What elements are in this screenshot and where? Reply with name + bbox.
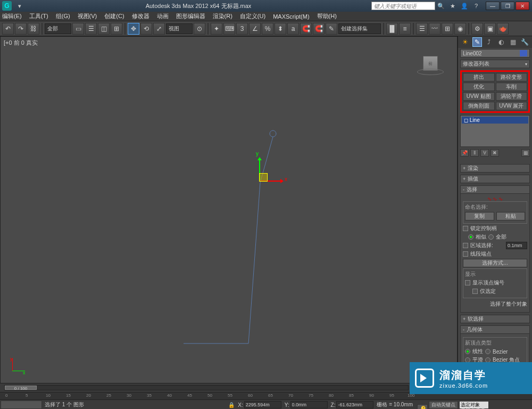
z-coord-input[interactable] xyxy=(336,401,373,408)
mod-extrude[interactable]: 挤出 xyxy=(463,73,495,81)
named-selection-set[interactable]: 创建选择集 xyxy=(338,23,381,34)
center-button[interactable]: ⊙ xyxy=(194,23,205,35)
pin-stack-icon[interactable]: 📌 xyxy=(460,149,469,157)
menu-animation[interactable]: 动画 xyxy=(157,12,169,20)
rollout-softsel[interactable]: +软选择 xyxy=(460,315,530,323)
render-frame-button[interactable]: ▣ xyxy=(484,23,496,35)
menu-create[interactable]: 创建(C) xyxy=(104,12,124,20)
align-button[interactable]: ≡ xyxy=(399,23,411,35)
menu-render[interactable]: 渲染(R) xyxy=(213,12,232,20)
area-value-input[interactable] xyxy=(506,242,527,249)
layers-button[interactable]: ☰ xyxy=(416,23,428,35)
create-tab-icon[interactable]: ☀ xyxy=(460,37,470,47)
key-icon[interactable]: 🔑 xyxy=(417,404,428,410)
utilities-tab-icon[interactable]: 🔧 xyxy=(520,37,530,47)
render-button[interactable]: 🫖 xyxy=(497,23,509,35)
schematic-button[interactable]: ⊞ xyxy=(442,23,453,35)
copy-button[interactable]: 复制 xyxy=(465,212,494,220)
render-setup-button[interactable]: ⚙ xyxy=(471,23,483,35)
rollout-geometry[interactable]: -几何体 xyxy=(460,325,530,334)
app-logo[interactable]: G xyxy=(2,1,12,11)
show-end-icon[interactable]: Ⅱ xyxy=(470,149,479,157)
search-icon[interactable]: 🔍 xyxy=(436,2,446,10)
snap-a-button[interactable]: a xyxy=(287,23,299,35)
paste-button[interactable]: 粘贴 xyxy=(496,212,526,220)
move-button[interactable]: ✥ xyxy=(128,23,139,35)
object-color-swatch[interactable] xyxy=(520,50,527,56)
select-mode-button[interactable]: 选择方式... xyxy=(463,259,527,267)
menu-customize[interactable]: 自定义(U) xyxy=(240,12,265,20)
undo-button[interactable]: ↶ xyxy=(2,23,14,35)
redo-button[interactable]: ↷ xyxy=(15,23,27,35)
mod-bevelprofile[interactable]: 倒角剖面 xyxy=(463,102,495,110)
menu-tools[interactable]: 工具(T) xyxy=(29,12,48,20)
minimize-button[interactable]: — xyxy=(486,2,500,10)
help-search-input[interactable] xyxy=(371,2,435,10)
modifier-stack[interactable]: ◻ Line xyxy=(460,115,530,147)
lock-handles-check[interactable] xyxy=(463,226,468,231)
mod-pathdeform[interactable]: 路径变形 xyxy=(496,73,528,81)
mod-optimize[interactable]: 优化 xyxy=(463,83,495,91)
remove-mod-icon[interactable]: ✖ xyxy=(491,149,499,157)
mod-uvwmap[interactable]: UVW 贴图 xyxy=(463,92,495,101)
viewport[interactable]: [+0 前 0 真实 前 x y yx xyxy=(0,36,458,383)
select-name-button[interactable]: ☰ xyxy=(85,23,97,35)
snap-3-button[interactable]: 3 xyxy=(236,23,248,35)
similar-radio[interactable] xyxy=(468,234,473,240)
gizmo-xy-plane[interactable] xyxy=(259,173,268,182)
hierarchy-tab-icon[interactable]: ⤴ xyxy=(484,37,494,47)
area-select-check[interactable] xyxy=(463,243,468,248)
subobject-icons[interactable]: ∿ ∿ ∿ xyxy=(463,196,527,200)
select-button[interactable]: ▭ xyxy=(72,23,84,35)
all-radio[interactable] xyxy=(488,234,494,240)
spinner-snap-button[interactable]: ⬍ xyxy=(275,23,286,35)
link-button[interactable]: ⛓ xyxy=(28,23,39,35)
display-tab-icon[interactable]: ▦ xyxy=(508,37,518,47)
seg-end-check[interactable] xyxy=(463,251,468,257)
ref-coord-system[interactable]: 视图 xyxy=(166,23,193,34)
linear-radio[interactable] xyxy=(465,349,470,354)
rollout-select[interactable]: -选择 xyxy=(460,185,530,194)
maximize-button[interactable]: ❐ xyxy=(501,2,514,10)
mirror-button[interactable]: ▐▌ xyxy=(386,23,398,35)
menu-modifiers[interactable]: 修改器 xyxy=(132,12,149,20)
percent-snap-button[interactable]: % xyxy=(262,23,273,35)
stack-item-line[interactable]: ◻ Line xyxy=(462,117,528,124)
rollout-interp[interactable]: +插值 xyxy=(460,175,530,183)
show-vertex-check[interactable] xyxy=(465,280,470,285)
menu-maxscript[interactable]: MAXScript(M) xyxy=(273,13,309,20)
material-button[interactable]: ◉ xyxy=(454,23,466,35)
script-input[interactable] xyxy=(1,400,42,409)
x-coord-input[interactable] xyxy=(244,401,281,408)
mod-turbosmooth[interactable]: 涡轮平滑 xyxy=(496,92,528,101)
snap-b-button[interactable]: 🧲 xyxy=(300,23,312,35)
menu-group[interactable]: 组(G) xyxy=(56,12,70,20)
object-name-field[interactable]: Line002 xyxy=(460,49,530,58)
rotate-button[interactable]: ⟲ xyxy=(140,23,152,35)
mod-uvwunwrap[interactable]: UVW 展开 xyxy=(496,102,528,110)
selection-filter[interactable]: 全部 xyxy=(45,23,71,34)
help-icon[interactable]: ? xyxy=(471,2,481,10)
scale-button[interactable]: ⤢ xyxy=(153,23,165,35)
dropdown-icon[interactable]: ▾ xyxy=(14,2,25,10)
menu-views[interactable]: 视图(V) xyxy=(78,12,97,20)
y-coord-input[interactable] xyxy=(290,401,328,408)
menu-help[interactable]: 帮助(H) xyxy=(317,12,337,20)
select-region-button[interactable]: ◫ xyxy=(98,23,110,35)
modifier-list-dropdown[interactable]: 修改器列表 xyxy=(460,60,530,68)
signin-icon[interactable]: 👤 xyxy=(459,2,470,10)
mod-lathe[interactable]: 车削 xyxy=(496,83,528,91)
window-crossing-button[interactable]: ⊞ xyxy=(111,23,122,35)
close-button[interactable]: ✕ xyxy=(516,2,529,10)
snap-c-button[interactable]: 🧲 xyxy=(313,23,325,35)
lock-icon[interactable]: 🔒 xyxy=(228,402,235,408)
auto-key-button[interactable]: 自动关键点 xyxy=(429,401,458,409)
unique-icon[interactable]: ∀ xyxy=(480,149,489,157)
menu-edit[interactable]: 编辑(E) xyxy=(2,12,22,20)
keyboard-button[interactable]: ⌨ xyxy=(223,23,235,35)
bezier-radio[interactable] xyxy=(485,349,491,354)
motion-tab-icon[interactable]: ◐ xyxy=(496,37,506,47)
rollout-render[interactable]: +渲染 xyxy=(460,164,530,173)
time-slider-thumb[interactable]: 0 / 100 xyxy=(5,386,37,390)
manipulate-button[interactable]: ✦ xyxy=(211,23,222,35)
